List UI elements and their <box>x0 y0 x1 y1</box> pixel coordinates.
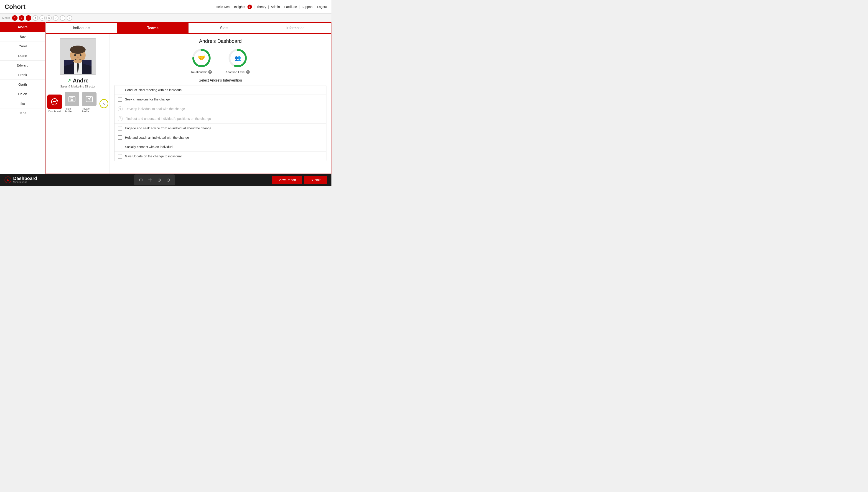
intervention-checkbox-8[interactable] <box>118 154 122 158</box>
svg-point-9 <box>80 54 81 56</box>
month-dot-9[interactable]: ○ <box>67 15 72 21</box>
intervention-item-5: Engage and seek advice from an individua… <box>114 124 326 133</box>
app-title: Cohort <box>4 3 26 10</box>
svg-point-14 <box>71 97 73 100</box>
dashboard-label: Dashboard <box>49 110 61 113</box>
intervention-text-6: Help and coach an individual with the ch… <box>125 136 189 140</box>
bottom-controls: ⚙ ✛ ⊕ ⊖ <box>134 174 175 186</box>
relationship-label: Relationship ? <box>191 70 212 74</box>
dashboard-section: Andre's Dashboard 🤝 <box>110 34 331 174</box>
tab-teams[interactable]: Teams <box>117 23 188 33</box>
top-nav: Hello Ken | Insights 1 | Theory | Admin … <box>216 4 327 9</box>
profile-action-icons: Dashboard Public Profile <box>47 92 108 113</box>
cursor-indicator: ↖ <box>100 99 108 108</box>
month-dot-3[interactable]: 3 <box>26 15 31 21</box>
private-profile-label: Private Profile <box>82 107 97 113</box>
month-dot-6[interactable]: 6 <box>46 15 52 21</box>
intervention-checkbox-2[interactable] <box>118 97 122 102</box>
sidebar-item-ike[interactable]: Ike <box>0 99 45 108</box>
svg-point-8 <box>74 54 76 56</box>
play-button[interactable]: ▶ <box>4 176 11 183</box>
logo-line2: Simulations <box>13 181 37 184</box>
month-dot-7[interactable]: 7 <box>53 15 58 21</box>
svg-point-5 <box>70 46 86 54</box>
tab-individuals[interactable]: Individuals <box>46 23 117 33</box>
month-dot-1[interactable]: 1 <box>12 15 18 21</box>
main-layout: Andre Bev Carol Diane Edward Frank Garth… <box>0 22 332 174</box>
svg-rect-17 <box>88 97 90 98</box>
sidebar-item-bev[interactable]: Bev <box>0 32 45 42</box>
inner-content: ↗ Andre Sales & Marketing Director <box>46 34 331 174</box>
sidebar-item-diane[interactable]: Diane <box>0 51 45 60</box>
relationship-info-icon[interactable]: ? <box>208 70 212 74</box>
month-dot-8[interactable]: 8 <box>60 15 65 21</box>
intervention-item-1: Conduct initial meeting with an individu… <box>114 85 326 95</box>
sidebar-item-andre[interactable]: Andre <box>0 22 45 32</box>
view-report-button[interactable]: View Report <box>272 176 302 184</box>
nav-logout[interactable]: Logout <box>317 5 327 9</box>
month-selector: Month 1 2 3 4 5 6 7 8 ○ <box>0 14 332 22</box>
month-dot-5[interactable]: 5 <box>40 15 45 21</box>
relationship-metric: 🤝 Relationship ? <box>191 48 212 74</box>
submit-button[interactable]: Submit <box>304 176 327 184</box>
sidebar-item-frank[interactable]: Frank <box>0 70 45 80</box>
svg-point-10 <box>77 56 79 58</box>
profile-name: Andre <box>73 77 88 84</box>
zoom-in-button[interactable]: ⊕ <box>155 176 163 184</box>
month-label: Month <box>2 17 10 20</box>
bottom-actions: View Report Submit <box>272 176 327 184</box>
profile-name-row: ↗ Andre <box>67 77 88 84</box>
nav-insights[interactable]: Insights <box>234 5 245 9</box>
intervention-item-3: 6 Develop individual to deal with the ch… <box>114 104 326 114</box>
nav-admin[interactable]: Admin <box>271 5 280 9</box>
intervention-checkbox-7[interactable] <box>118 145 122 149</box>
adoption-label: Adoption Level ? <box>226 70 250 74</box>
move-button[interactable]: ✛ <box>146 176 154 184</box>
content-area: Individuals Teams Stats Information <box>46 22 332 174</box>
private-profile-icon-item[interactable]: Private Profile <box>82 92 97 113</box>
adoption-info-icon[interactable]: ? <box>246 70 250 74</box>
dashboard-heading: Andre's Dashboard <box>114 38 326 44</box>
svg-point-19 <box>89 99 90 100</box>
intervention-number-7: 7 <box>118 116 123 121</box>
sidebar-item-carol[interactable]: Carol <box>0 42 45 51</box>
intervention-item-6: Help and coach an individual with the ch… <box>114 133 326 142</box>
public-profile-icon-box <box>64 92 79 106</box>
intervention-checkbox-5[interactable] <box>118 126 122 130</box>
zoom-out-button[interactable]: ⊖ <box>164 176 172 184</box>
public-profile-label: Public Profile <box>64 107 79 113</box>
private-profile-icon-box <box>82 92 97 106</box>
insights-badge: 1 <box>247 4 252 9</box>
svg-text:👥: 👥 <box>235 55 241 61</box>
sidebar-item-jane[interactable]: Jane <box>0 108 45 118</box>
month-dot-2[interactable]: 2 <box>19 15 24 21</box>
intervention-item-8: Give Update on the change to individual <box>114 152 326 161</box>
tab-stats[interactable]: Stats <box>189 23 260 33</box>
public-profile-icon-item[interactable]: Public Profile <box>64 92 79 113</box>
intervention-checkbox-1[interactable] <box>118 88 122 92</box>
month-dot-4[interactable]: 4 <box>32 15 38 21</box>
svg-text:🤝: 🤝 <box>198 54 205 61</box>
profile-section: ↗ Andre Sales & Marketing Director <box>46 34 110 174</box>
settings-button[interactable]: ⚙ <box>137 176 145 184</box>
sidebar-item-garth[interactable]: Garth <box>0 80 45 89</box>
nav-support[interactable]: Support <box>301 5 313 9</box>
intervention-number-6: 6 <box>118 106 123 112</box>
sidebar-item-helen[interactable]: Helen <box>0 89 45 99</box>
sidebar-item-edward[interactable]: Edward <box>0 60 45 70</box>
tab-information[interactable]: Information <box>260 23 331 33</box>
intervention-heading: Select Andre's Intervention <box>114 78 326 82</box>
sidebar: Andre Bev Carol Diane Edward Frank Garth… <box>0 22 46 174</box>
tabs: Individuals Teams Stats Information <box>46 23 331 34</box>
dashboard-icon-item[interactable]: Dashboard <box>47 95 62 113</box>
nav-facilitate[interactable]: Facilitate <box>284 5 297 9</box>
intervention-item-7: Socially connect with an individual <box>114 142 326 152</box>
relationship-circle: 🤝 <box>191 48 212 68</box>
top-bar: Cohort Hello Ken | Insights 1 | Theory |… <box>0 0 332 14</box>
nav-theory[interactable]: Theory <box>256 5 266 9</box>
profile-trend-icon: ↗ <box>67 78 71 83</box>
intervention-list: Conduct initial meeting with an individu… <box>114 85 326 161</box>
dashboard-icon-box <box>47 95 62 109</box>
intervention-checkbox-6[interactable] <box>118 135 122 140</box>
greeting: Hello Ken <box>216 5 230 9</box>
